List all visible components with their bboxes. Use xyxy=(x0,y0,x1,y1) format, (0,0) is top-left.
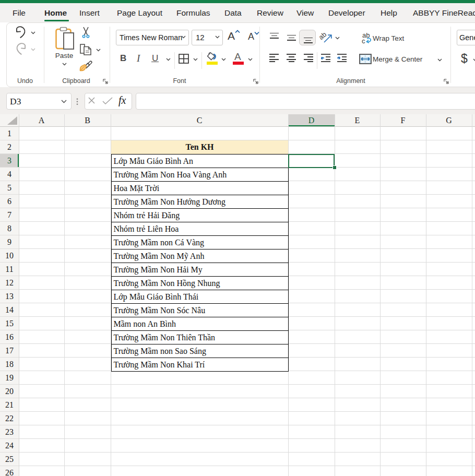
svg-text:c: c xyxy=(362,37,365,45)
